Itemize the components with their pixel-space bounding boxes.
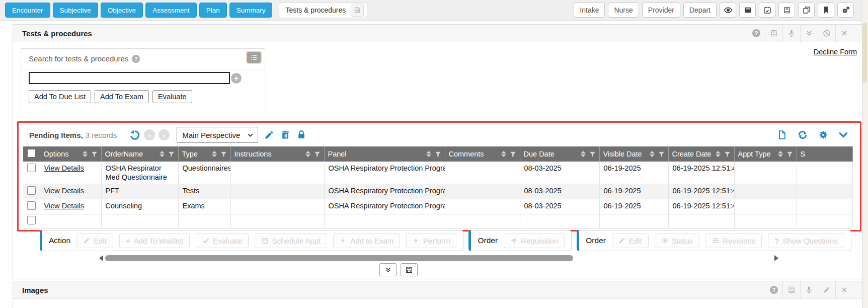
sort-icon[interactable]	[716, 151, 721, 157]
row-checkbox[interactable]	[27, 164, 36, 172]
horizontal-scrollbar[interactable]	[99, 255, 778, 262]
status-button[interactable]: Status	[655, 233, 700, 248]
book-icon[interactable]	[778, 3, 795, 18]
view-details-link[interactable]: View Details	[44, 202, 85, 210]
ban-icon[interactable]	[818, 25, 835, 42]
search-input[interactable]	[29, 72, 230, 84]
next-icon[interactable]: ›	[159, 129, 170, 140]
eye-icon[interactable]	[720, 3, 736, 18]
filter-icon[interactable]	[658, 151, 665, 158]
save-tab-icon[interactable]	[351, 4, 364, 17]
top-navigation-bar: Encounter Subjective Objective Assessmen…	[0, 0, 862, 21]
book-icon[interactable]	[765, 25, 782, 42]
row-checkbox[interactable]	[27, 186, 36, 195]
tab-plan[interactable]: Plan	[199, 3, 227, 18]
column-header: S	[801, 150, 806, 158]
sort-icon[interactable]	[501, 151, 506, 157]
tab-summary[interactable]: Summary	[229, 3, 273, 18]
plus-icon[interactable]: +	[231, 73, 242, 84]
depart-button[interactable]: Depart	[683, 3, 717, 18]
inbox-icon[interactable]	[739, 3, 756, 18]
evaluate-button[interactable]: Evaluate	[196, 233, 249, 248]
scroll-right-arrow[interactable]	[774, 255, 778, 261]
add-to-exam-button[interactable]: Add To Exam	[95, 90, 149, 103]
question-icon: ?	[774, 237, 779, 245]
add-to-due-list-button[interactable]: Add To Due List	[29, 90, 91, 103]
nurse-button[interactable]: Nurse	[608, 3, 639, 18]
search-tests-box: Search for tests & procedures ? + Add To…	[21, 48, 265, 111]
row-checkbox[interactable]	[27, 216, 36, 224]
filter-icon[interactable]	[91, 151, 98, 158]
save-button[interactable]	[401, 263, 418, 276]
prev-icon[interactable]: ‹	[144, 129, 155, 140]
sort-icon[interactable]	[581, 151, 586, 157]
row-checkbox[interactable]	[27, 201, 36, 210]
filter-icon[interactable]	[220, 151, 227, 158]
tab-subjective[interactable]: Subjective	[53, 3, 98, 18]
gear-icon[interactable]	[818, 130, 828, 140]
sort-icon[interactable]	[83, 151, 88, 157]
show-questions-button[interactable]: ?Show Questions	[768, 233, 844, 248]
sort-icon[interactable]	[160, 151, 165, 157]
edit-button[interactable]: Edit	[76, 233, 113, 248]
select-all-checkbox[interactable]	[28, 149, 35, 157]
decline-form-link[interactable]: Decline Form	[814, 48, 857, 56]
schedule-appt-button[interactable]: Schedule Appt	[255, 233, 327, 248]
tab-assessment[interactable]: Assessment	[145, 3, 197, 18]
calendar-check-icon[interactable]	[759, 3, 775, 18]
help-icon[interactable]: ?	[765, 281, 782, 298]
pencil-icon[interactable]	[818, 281, 835, 298]
filter-icon[interactable]	[168, 151, 175, 158]
provider-button[interactable]: Provider	[642, 3, 680, 18]
microphone-icon[interactable]	[800, 281, 818, 298]
filter-icon[interactable]	[786, 151, 793, 158]
perform-button[interactable]: Perform	[406, 233, 456, 248]
revisions-button[interactable]: Revisions	[705, 233, 762, 248]
close-icon[interactable]	[835, 281, 853, 298]
list-icon[interactable]	[247, 52, 261, 63]
column-header: OrderName	[105, 150, 143, 158]
sort-icon[interactable]	[212, 151, 217, 157]
book-icon[interactable]	[782, 281, 800, 298]
order-edit-button[interactable]: Edit	[612, 233, 649, 248]
lock-icon[interactable]	[296, 130, 306, 140]
close-icon[interactable]	[835, 25, 853, 42]
perspective-select[interactable]: Main Perspective	[177, 127, 258, 143]
add-to-waitlist-button[interactable]: +Add To Waitlist	[119, 233, 190, 248]
help-icon[interactable]: ?	[748, 25, 765, 42]
evaluate-button[interactable]: Evaluate	[152, 90, 192, 103]
sort-icon[interactable]	[305, 151, 310, 157]
trash-icon[interactable]	[280, 130, 290, 140]
sort-icon[interactable]	[426, 151, 431, 157]
copy-icon[interactable]	[798, 3, 815, 18]
collapse-icon[interactable]	[800, 25, 818, 42]
bookmark-icon[interactable]	[818, 3, 834, 18]
add-to-exam-button[interactable]: Add to Exam	[333, 233, 400, 248]
scroll-left-arrow[interactable]	[99, 255, 103, 261]
vertical-scrollbar-thumb[interactable]	[862, 23, 867, 83]
intake-button[interactable]: Intake	[574, 3, 605, 18]
tab-encounter[interactable]: Encounter	[5, 3, 50, 18]
filter-icon[interactable]	[589, 151, 596, 158]
filter-icon[interactable]	[435, 151, 441, 158]
gears-icon[interactable]	[837, 3, 854, 18]
requisition-button[interactable]: Requisition	[504, 233, 565, 248]
collapse-section-button[interactable]	[379, 263, 397, 276]
filter-icon[interactable]	[510, 151, 516, 158]
chevron-down-icon[interactable]	[838, 130, 848, 140]
filter-icon[interactable]	[314, 151, 321, 158]
tab-objective[interactable]: Objective	[101, 3, 143, 18]
view-details-link[interactable]: View Details	[44, 187, 85, 195]
new-document-icon[interactable]	[777, 130, 787, 140]
tab-tests-procedures-active[interactable]: Tests & procedures	[279, 2, 367, 18]
pencil-icon[interactable]	[264, 130, 274, 140]
horizontal-scrollbar-thumb[interactable]	[105, 255, 573, 261]
view-details-link[interactable]: View Details	[44, 164, 85, 172]
sort-icon[interactable]	[650, 151, 655, 157]
microphone-icon[interactable]	[782, 25, 800, 42]
help-icon[interactable]: ?	[132, 55, 140, 63]
refresh-icon[interactable]	[797, 129, 808, 140]
undo-icon[interactable]	[129, 129, 140, 140]
sort-icon[interactable]	[778, 151, 783, 157]
filter-icon[interactable]	[724, 151, 731, 158]
